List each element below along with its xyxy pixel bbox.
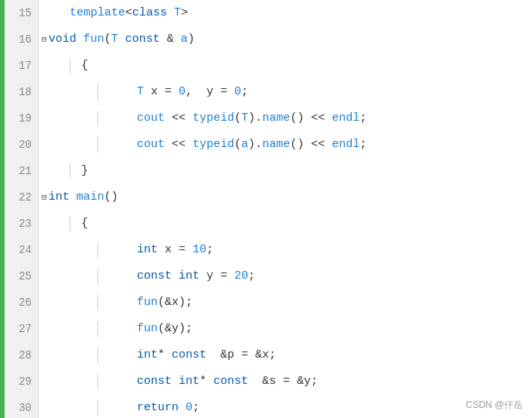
code-container: 15 16 17 18 19 20 21 22 23 24 25 26 27 2… [0,0,532,418]
indent-guide-24 [97,242,98,258]
indent-guide-18 [97,84,98,100]
indent-guide-17 [70,58,70,74]
line-num-23: 23 [11,211,32,237]
code-line-28: int * const &p = &x; [42,342,532,368]
line-num-16: 16 [11,26,32,53]
code-line-26: fun (&x); [42,290,532,316]
line-num-19: 19 [11,105,32,132]
indent-guide-30 [97,400,98,416]
code-line-18: T x = 0 , y = 0 ; [42,79,532,105]
line-num-25: 25 [11,263,32,290]
line-num-20: 20 [11,132,32,158]
line-num-26: 26 [11,290,32,316]
indent-guide-27 [97,321,98,337]
indent-guide-25 [97,269,98,284]
code-area: template<class T> ⊟ void fun ( T const &… [39,0,532,418]
code-line-24: int x = 10 ; [42,237,532,263]
code-line-23: { [42,211,532,237]
line-num-28: 28 [11,342,32,368]
indent-guide-21 [70,163,70,179]
code-line-25: const int y = 20 ; [42,263,532,290]
code-line-20: cout << typeid ( a ). name () << endl ; [42,132,532,158]
code-line-16: ⊟ void fun ( T const & a ) [42,26,532,53]
code-line-22: ⊟ int main () [42,184,532,211]
indent-guide-19 [97,111,98,126]
indent-guide-23 [70,216,70,231]
line-num-18: 18 [11,79,32,105]
indent-guide-29 [97,374,98,389]
indent-guide-28 [97,348,98,363]
collapse-icon-16[interactable]: ⊟ [42,26,47,53]
indent-guide-20 [97,137,98,152]
line-num-30: 30 [11,395,32,418]
code-line-30: return 0 ; [42,395,532,418]
code-line-17: { [42,53,532,79]
line-num-17: 17 [11,53,32,79]
code-line-15: template<class T> [42,0,532,26]
code-line-21: } [42,158,532,184]
collapse-icon-22[interactable]: ⊟ [42,184,47,211]
code-line-19: cout << typeid ( T ). name () << endl ; [42,105,532,132]
line-num-24: 24 [11,237,32,263]
line-num-22: 22 [11,184,32,211]
line-num-21: 21 [11,158,32,184]
line-numbers: 15 16 17 18 19 20 21 22 23 24 25 26 27 2… [5,0,39,418]
line-num-15: 15 [11,0,32,26]
line-num-29: 29 [11,368,32,395]
code-line-29: const int * const &s = &y; [42,368,532,395]
watermark: CSDN @仟岳 [466,399,523,412]
line-num-27: 27 [11,316,32,342]
indent-guide-26 [97,295,98,310]
code-line-27: fun (&y); [42,316,532,342]
